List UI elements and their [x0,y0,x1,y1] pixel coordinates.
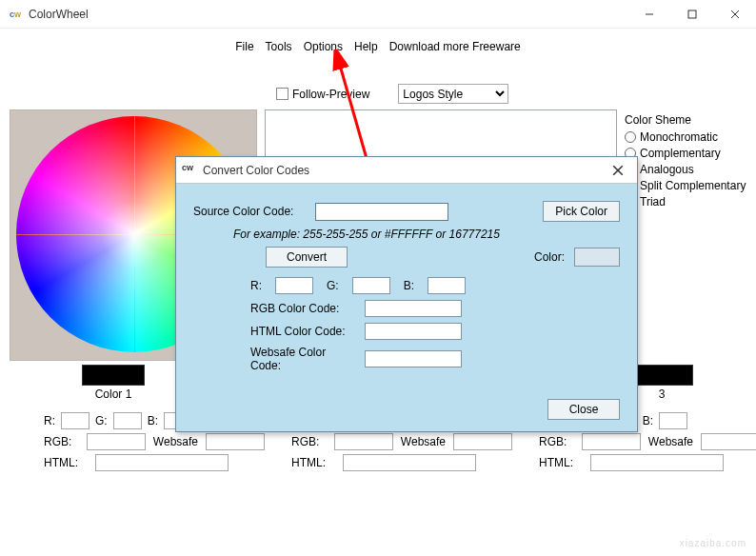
menu-tools[interactable]: Tools [262,38,296,55]
example-text: For example: 255-255-255 or #FFFFFF or 1… [233,228,620,241]
col1-g-input[interactable] [113,412,142,429]
swatch-color1-label: Color 1 [82,387,145,401]
close-icon [612,165,624,176]
dlg-rgb-code-input[interactable] [365,300,462,317]
dialog-app-icon: cw [182,163,197,178]
menu-download[interactable]: Download more Freeware [386,38,525,55]
menu-options[interactable]: Options [300,38,347,55]
col3-rgb-input[interactable] [582,433,641,450]
radio-monochromatic[interactable]: Monochromatic [625,130,746,144]
menubar: File Tools Options Help Download more Fr… [0,29,756,61]
swatch-color3[interactable] [630,365,693,386]
dialog-close-x[interactable] [599,157,637,184]
menu-file[interactable]: File [231,38,257,55]
pick-color-button[interactable]: Pick Color [543,201,620,222]
convert-button[interactable]: Convert [266,247,348,268]
source-color-input[interactable] [315,203,448,221]
svg-rect-1 [688,10,696,18]
radio-split-complementary[interactable]: Split Complementary [625,179,746,192]
color-scheme-group: Color Sheme Monochromatic Complementary … [625,109,746,361]
col1-rgb-input[interactable] [87,433,146,450]
color-label: Color: [534,250,565,264]
result-color-swatch [574,248,620,267]
radio-analogous[interactable]: Analogous [625,163,746,176]
col3-b-input[interactable] [659,412,687,429]
dialog-titlebar: cw Convert Color Codes [176,157,637,184]
col2-rgb-input[interactable] [334,433,393,450]
checkbox-icon [276,88,288,100]
minimize-button[interactable] [627,0,670,29]
dlg-b-input[interactable] [428,277,466,294]
preview-controls: Follow-Preview Logos Style [276,84,746,104]
col3-html-input[interactable] [590,454,724,471]
style-dropdown[interactable]: Logos Style [398,84,508,104]
dlg-websafe-code-input[interactable] [365,350,462,367]
col1-websafe-input[interactable] [206,433,265,450]
dialog-close-button[interactable]: Close [547,399,620,420]
col1-r-input[interactable] [61,412,90,429]
close-button[interactable] [713,0,756,29]
scheme-legend: Color Sheme [625,113,746,127]
convert-color-codes-dialog: cw Convert Color Codes Source Color Code… [175,156,638,432]
window-title: ColorWheel [29,8,89,21]
swatch-color1[interactable] [82,365,145,386]
col3-websafe-input[interactable] [701,433,756,450]
titlebar: cw ColorWheel [0,0,756,29]
maximize-button[interactable] [670,0,713,29]
radio-triad[interactable]: Triad [625,195,746,208]
col2-html-input[interactable] [343,454,476,471]
follow-preview-label: Follow-Preview [292,88,369,101]
app-icon: cw [8,7,23,22]
col1-html-input[interactable] [95,454,229,471]
window-controls [627,0,756,29]
follow-preview-checkbox[interactable]: Follow-Preview [276,88,369,101]
source-color-label: Source Color Code: [193,205,306,218]
watermark: xiazaiba.com [680,538,746,548]
swatch-color3-label: 3 [630,387,693,401]
dlg-html-code-input[interactable] [365,323,462,340]
radio-complementary[interactable]: Complementary [625,147,746,160]
menu-help[interactable]: Help [350,38,382,55]
dlg-g-input[interactable] [352,277,390,294]
dlg-r-input[interactable] [275,277,313,294]
dialog-title: Convert Color Codes [203,164,309,177]
col2-websafe-input[interactable] [453,433,512,450]
